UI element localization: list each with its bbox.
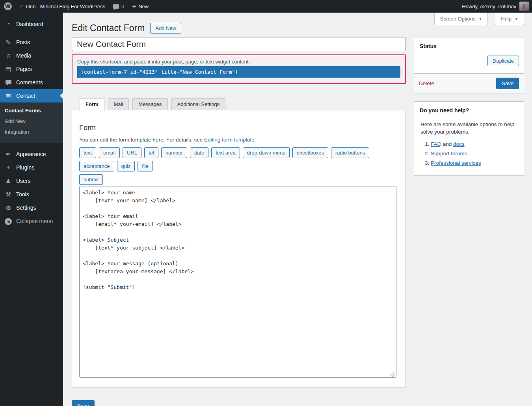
screen-options-button[interactable]: Screen Options ▼: [434, 13, 488, 25]
status-box-title: Status: [414, 37, 524, 52]
home-icon: ⌂: [20, 3, 24, 10]
side-column: Status Duplicate Delete Save Do you need…: [414, 37, 524, 406]
tag-button-file[interactable]: file: [138, 161, 153, 171]
sidebar-item-users[interactable]: ♟ Users: [0, 174, 63, 188]
sidebar-item-contact[interactable]: ✉ Contact: [0, 89, 63, 102]
description-text: You can edit the form template here. For…: [79, 137, 204, 143]
sidebar-item-dashboard[interactable]: ◔ Dashboard: [0, 17, 63, 31]
wordpress-logo-icon: W: [4, 2, 12, 10]
tag-button-acceptance[interactable]: acceptance: [79, 161, 114, 171]
status-box-footer: Delete Save: [414, 73, 524, 93]
tag-button-text-area[interactable]: text area: [211, 147, 240, 158]
sidebar-item-pages[interactable]: ▤ Pages: [0, 62, 63, 76]
editor-column: Copy this shortcode and paste it into yo…: [72, 37, 406, 406]
sidebar-item-label: Pages: [16, 66, 32, 72]
settings-icon: ⚙: [4, 204, 13, 212]
sidebar-item-label: Contact: [16, 93, 35, 99]
tag-button-date[interactable]: date: [190, 147, 208, 158]
form-template-editor[interactable]: <label> Your name [text* your-name] </la…: [79, 186, 396, 378]
tag-button-tel[interactable]: tel: [144, 147, 158, 158]
description-period: .: [255, 137, 256, 143]
shortcode-instruction: Copy this shortcode and paste it into yo…: [77, 59, 400, 65]
duplicate-button[interactable]: Duplicate: [487, 56, 519, 66]
tag-button-checkboxes[interactable]: checkboxes: [292, 147, 328, 158]
tag-button-radio-buttons[interactable]: radio buttons: [331, 147, 369, 158]
chevron-down-icon: ▼: [478, 17, 482, 21]
status-box: Status Duplicate Delete Save: [414, 37, 524, 93]
form-title-input[interactable]: [72, 37, 406, 51]
shortcode-value[interactable]: [contact-form-7 id="4213" title="New Con…: [77, 66, 400, 78]
comments-count: 0: [121, 4, 124, 9]
tag-button-email[interactable]: email: [99, 147, 120, 158]
page-title: Edit Contact Form: [72, 23, 145, 34]
help-list-item: Support forums: [431, 151, 524, 156]
tab-form[interactable]: Form: [80, 98, 104, 111]
sidebar-item-media[interactable]: ♫ Media: [0, 49, 63, 62]
sidebar-item-settings[interactable]: ⚙ Settings: [0, 201, 63, 214]
add-new-button[interactable]: Add New: [150, 23, 181, 34]
sidebar-item-posts[interactable]: ✎ Posts: [0, 35, 63, 49]
sidebar-item-plugins[interactable]: ⚡ Plugins: [0, 161, 63, 174]
users-icon: ♟: [4, 177, 13, 185]
plus-icon: +: [132, 3, 136, 10]
sidebar-item-label: Plugins: [16, 164, 34, 171]
editing-form-template-link[interactable]: Editing form template: [204, 137, 255, 143]
new-label: New: [138, 4, 149, 9]
form-panel-heading: Form: [79, 124, 396, 132]
submenu-item-add-new[interactable]: Add New: [0, 116, 63, 127]
sidebar-item-label: Posts: [16, 39, 30, 45]
wp-logo-menu[interactable]: W: [0, 0, 16, 13]
sidebar-item-label: Tools: [16, 191, 29, 197]
tag-button-text[interactable]: text: [79, 147, 96, 158]
sidebar-item-appearance[interactable]: ✒ Appearance: [0, 147, 63, 161]
site-name: Orin - Minimal Blog For WordPress: [26, 4, 105, 9]
sidebar-item-label: Media: [16, 52, 31, 59]
tag-button-url[interactable]: URL: [123, 147, 141, 158]
faq-link[interactable]: FAQ: [431, 141, 441, 147]
sidebar-item-label: Users: [16, 178, 31, 184]
screen-meta-links: Screen Options ▼ Help ▼: [434, 13, 524, 25]
save-button-side[interactable]: Save: [496, 78, 519, 89]
collapse-icon: ◀: [4, 217, 13, 225]
tab-messages[interactable]: Messages: [132, 98, 167, 110]
collapse-menu-label: Collapse menu: [16, 218, 53, 224]
sidebar-item-label: Appearance: [16, 151, 46, 157]
tag-button-drop-down-menu[interactable]: drop-down menu: [243, 147, 290, 158]
screen-options-label: Screen Options: [440, 16, 476, 22]
save-button[interactable]: Save: [72, 400, 95, 406]
help-item-text: and: [441, 141, 453, 147]
mail-icon: ✉: [4, 92, 13, 100]
collapse-menu-button[interactable]: ◀ Collapse menu: [0, 214, 63, 228]
tag-generator: text email URL tel number date text area…: [79, 147, 396, 185]
dashboard-icon: ◔: [4, 20, 13, 28]
tag-button-submit[interactable]: submit: [79, 174, 103, 185]
tab-mail[interactable]: Mail: [108, 98, 129, 110]
submenu-item-integration[interactable]: Integration: [0, 127, 63, 137]
admin-sidebar: ◔ Dashboard ✎ Posts ♫ Media ▤ Pages Comm…: [0, 13, 63, 406]
contact-submenu: Contact Forms Add New Integration: [0, 102, 63, 143]
submenu-item-contact-forms[interactable]: Contact Forms: [0, 105, 63, 116]
my-account-menu[interactable]: Howdy, Alexey Trofimov: [462, 0, 532, 13]
support-forums-link[interactable]: Support forums: [431, 151, 467, 156]
sidebar-item-comments[interactable]: Comments: [0, 76, 63, 89]
new-content-menu[interactable]: + New: [128, 0, 153, 13]
tag-button-number[interactable]: number: [161, 147, 187, 158]
tag-button-quiz[interactable]: quiz: [117, 161, 135, 171]
howdy-text: Howdy, Alexey Trofimov: [462, 4, 516, 9]
site-name-menu[interactable]: ⌂ Orin - Minimal Blog For WordPress: [16, 0, 109, 13]
delete-link[interactable]: Delete: [419, 80, 434, 86]
help-button[interactable]: Help ▼: [495, 13, 524, 25]
comments-menu[interactable]: 0: [109, 0, 128, 13]
help-label: Help: [501, 16, 512, 22]
professional-services-link[interactable]: Professional services: [431, 160, 481, 166]
plugins-icon: ⚡: [4, 164, 13, 171]
textarea-resize-handle[interactable]: [390, 372, 394, 377]
admin-bar: W ⌂ Orin - Minimal Blog For WordPress 0 …: [0, 0, 532, 13]
pushpin-icon: ✎: [4, 39, 13, 46]
avatar: [519, 2, 529, 11]
appearance-icon: ✒: [4, 151, 13, 158]
docs-link[interactable]: docs: [453, 141, 465, 147]
tab-additional-settings[interactable]: Additional Settings: [171, 98, 226, 110]
sidebar-item-label: Settings: [16, 205, 36, 211]
sidebar-item-tools[interactable]: ⚒ Tools: [0, 188, 63, 201]
